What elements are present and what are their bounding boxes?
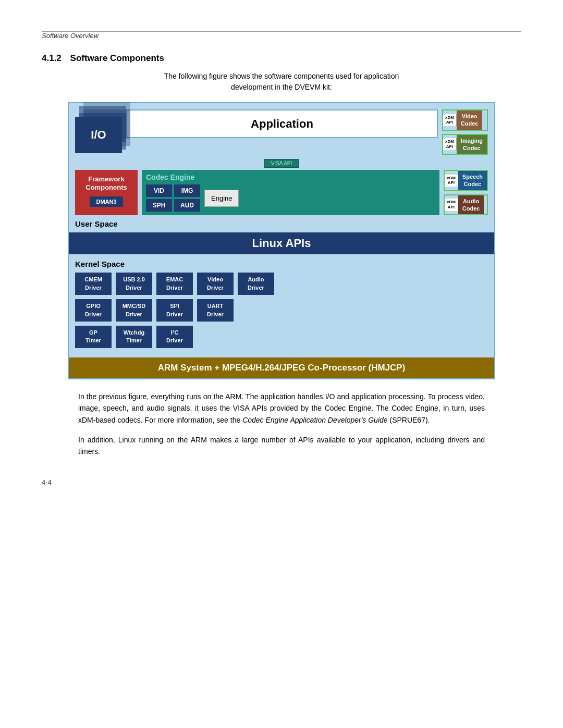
codec-group-right-top: xDM API VideoCodec xDM API ImagingCodec	[442, 109, 488, 155]
codec-buttons-col1: VID IMG SPH AUD	[146, 184, 200, 212]
codec-engine-inner: VID IMG SPH AUD Engine	[146, 184, 435, 212]
xdm-api-label-video: xDM API	[443, 114, 457, 126]
page-container: Software Overview 4.1.2 Software Compone…	[0, 0, 563, 528]
audio-codec-item: xDM API AudioCodec	[444, 194, 488, 216]
engine-box: Engine	[204, 190, 239, 207]
body-section: In the previous figure, everything runs …	[78, 391, 485, 458]
driver-row-2: GPIODriver MMC/SDDriver SPIDriver UARTDr…	[75, 299, 488, 322]
linux-apis-bar: Linux APIs	[69, 232, 494, 254]
body-paragraph-1: In the previous figure, everything runs …	[78, 391, 485, 426]
sph-btn: SPH	[146, 199, 172, 212]
visa-api-tag: VISA API	[264, 159, 299, 168]
section-number: 4.1.2	[42, 53, 62, 63]
section-heading: Software Components	[70, 53, 164, 63]
body-paragraph-2: In addition, Linux running on the ARM ma…	[78, 434, 485, 458]
io-label: I/O	[75, 117, 122, 153]
framework-box: FrameworkComponents DMAN3	[75, 170, 138, 215]
visa-api-row: VISA API	[75, 158, 488, 168]
application-label: Application	[251, 117, 313, 131]
codec-engine-area: Codec Engine VID IMG SPH AUD	[142, 170, 439, 215]
dman3-box: DMAN3	[90, 196, 123, 207]
i2c-driver: I²CDriver	[156, 326, 193, 348]
header-text: Software Overview	[42, 32, 521, 40]
video-codec-item: xDM API VideoCodec	[442, 109, 488, 131]
intro-line2: development in the DVEVM kit:	[231, 83, 332, 91]
gp-timer: GPTimer	[75, 326, 112, 348]
italic-reference: Codec Engine Application Developer's Gui…	[242, 416, 387, 424]
intro-text: The following figure shows the software …	[42, 71, 521, 93]
xdm-api-label-speech: xDM API	[445, 175, 458, 187]
spi-driver: SPIDriver	[156, 299, 193, 322]
kernel-space-area: Kernel Space CMEMDriver USB 2.0Driver EM…	[69, 254, 494, 357]
speech-codec-item: xDM API SpeechCodec	[444, 170, 488, 191]
header-section: Software Overview	[42, 31, 521, 44]
imaging-codec-name: ImagingCodec	[457, 135, 487, 154]
video-driver: VideoDriver	[197, 273, 234, 295]
application-box: Application	[126, 109, 438, 138]
speech-codec-name: SpeechCodec	[458, 171, 487, 190]
gpio-driver: GPIODriver	[75, 299, 112, 322]
framework-row: FrameworkComponents DMAN3 Codec Engine V…	[75, 170, 488, 215]
usb-driver: USB 2.0Driver	[116, 273, 152, 295]
video-codec-name: VideoCodec	[457, 110, 483, 130]
img-btn: IMG	[174, 184, 200, 197]
io-box: I/O	[75, 109, 122, 146]
audio-codec-name: AudioCodec	[458, 195, 484, 215]
aud-btn: AUD	[174, 199, 200, 212]
cmem-driver: CMEMDriver	[75, 273, 112, 295]
page-number: 4-4	[42, 478, 521, 486]
vid-btn: VID	[146, 184, 172, 197]
xdm-api-label-imaging: xDM API	[443, 138, 457, 150]
section-title: 4.1.2 Software Components	[42, 53, 521, 64]
codec-engine-title: Codec Engine	[146, 173, 435, 181]
user-space-area: I/O Application xDM API VideoCodec	[69, 103, 494, 232]
emac-driver: EMACDriver	[156, 273, 193, 295]
xdm-api-label-audio: xDM API	[445, 199, 458, 211]
kernel-space-label: Kernel Space	[75, 260, 488, 268]
uart-driver: UARTDriver	[197, 299, 234, 322]
codec-group-right-bottom: xDM API SpeechCodec xDM API AudioCodec	[444, 170, 488, 215]
arm-bar: ARM System + MPEG4/H.264/JPEG Co-Process…	[69, 357, 494, 378]
user-space-label: User Space	[75, 219, 488, 228]
wtchdg-timer: WtchdgTimer	[116, 326, 152, 348]
mmcsd-driver: MMC/SDDriver	[116, 299, 152, 322]
diagram: I/O Application xDM API VideoCodec	[68, 102, 495, 379]
driver-row-1: CMEMDriver USB 2.0Driver EMACDriver Vide…	[75, 273, 488, 295]
imaging-codec-item: xDM API ImagingCodec	[442, 134, 488, 155]
driver-row-3: GPTimer WtchdgTimer I²CDriver	[75, 326, 488, 348]
framework-title: FrameworkComponents	[85, 175, 127, 191]
intro-line1: The following figure shows the software …	[164, 72, 399, 80]
audio-driver: AudioDriver	[238, 273, 274, 295]
